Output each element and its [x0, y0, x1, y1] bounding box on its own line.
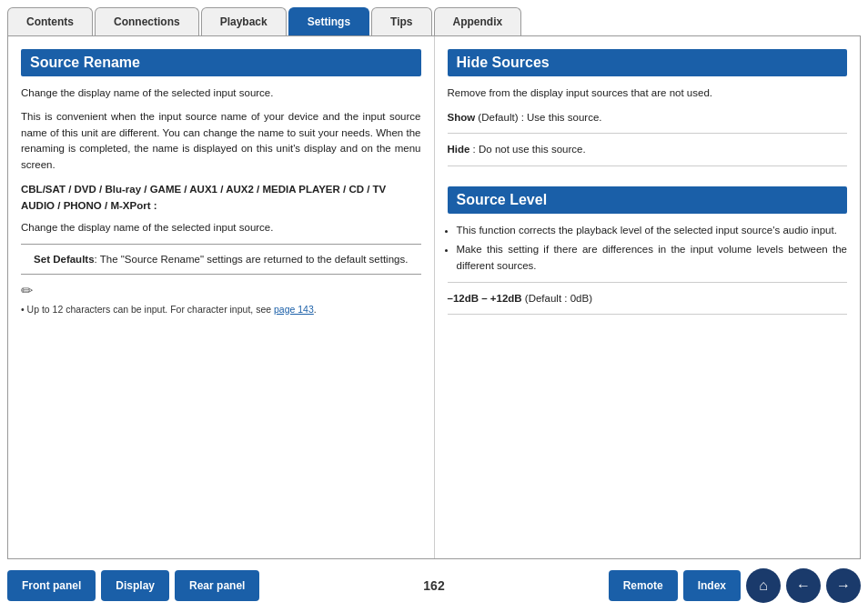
source-rename-intro1: Change the display name of the selected …: [21, 85, 421, 102]
show-definition: Show (Default) : Use this source.: [448, 109, 848, 125]
right-panel: Hide Sources Remove from the display inp…: [435, 36, 861, 558]
source-rename-header: Source Rename: [21, 49, 421, 76]
content-area: Source Rename Change the display name of…: [7, 35, 861, 559]
remote-button[interactable]: Remote: [609, 570, 678, 601]
back-button[interactable]: ←: [786, 568, 821, 603]
forward-button[interactable]: →: [826, 568, 861, 603]
home-button[interactable]: ⌂: [746, 568, 781, 603]
source-level-header: Source Level: [448, 186, 848, 214]
source-level-bullets: This function corrects the playback leve…: [448, 223, 848, 275]
tab-contents[interactable]: Contents: [7, 7, 93, 35]
page-number: 162: [265, 578, 602, 593]
index-button[interactable]: Index: [683, 570, 741, 601]
note-block: ✏ • Up to 12 characters can be input. Fo…: [21, 282, 421, 317]
display-button[interactable]: Display: [101, 570, 169, 601]
bullet-item-2: Make this setting if there are differenc…: [457, 242, 848, 275]
bottom-bar: Front panel Display Rear panel 162 Remot…: [0, 559, 868, 612]
note-text: • Up to 12 characters can be input. For …: [21, 304, 317, 315]
bullet-item-1: This function corrects the playback leve…: [457, 223, 848, 239]
range-text: –12dB – +12dB (Default : 0dB): [448, 290, 848, 306]
sources-list: CBL/SAT / DVD / Blu-ray / GAME / AUX1 / …: [21, 181, 421, 215]
tab-tips[interactable]: Tips: [371, 7, 431, 35]
hide-definition: Hide : Do not use this source.: [448, 141, 848, 157]
home-icon: ⌂: [759, 577, 768, 594]
rear-panel-button[interactable]: Rear panel: [175, 570, 259, 601]
tab-appendix[interactable]: Appendix: [434, 7, 522, 35]
tab-playback[interactable]: Playback: [201, 7, 287, 35]
set-defaults: Set Defaults: The "Source Rename" settin…: [21, 250, 421, 268]
tab-bar: Contents Connections Playback Settings T…: [0, 0, 868, 35]
pencil-icon: ✏: [21, 282, 421, 299]
hide-sources-header: Hide Sources: [448, 49, 848, 76]
page-143-link[interactable]: page 143: [274, 304, 314, 315]
back-icon: ←: [796, 577, 811, 594]
sources-desc: Change the display name of the selected …: [21, 220, 421, 236]
tab-connections[interactable]: Connections: [95, 7, 199, 35]
tab-settings[interactable]: Settings: [288, 7, 369, 35]
source-rename-intro2: This is convenient when the input source…: [21, 109, 421, 174]
left-panel: Source Rename Change the display name of…: [8, 36, 435, 558]
front-panel-button[interactable]: Front panel: [7, 570, 96, 601]
hide-sources-desc: Remove from the display input sources th…: [448, 85, 848, 102]
forward-icon: →: [836, 577, 851, 594]
